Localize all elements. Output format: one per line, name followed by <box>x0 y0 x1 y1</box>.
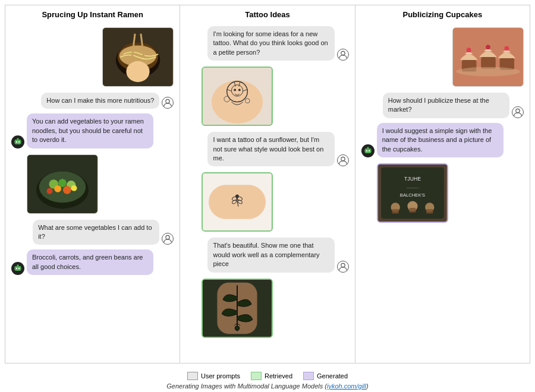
main-container: Sprucing Up Instant Ramen How can I make… <box>0 0 535 392</box>
svg-point-22 <box>166 236 169 239</box>
svg-rect-63 <box>367 147 369 148</box>
chat-row-1-0: I'm looking for some ideas for a new tat… <box>186 26 348 61</box>
bot-bubble: You can add vegetables to your ramen noo… <box>27 113 153 148</box>
svg-rect-70 <box>392 209 399 214</box>
chat-row-0-5: Broccoli, carrots, and green beans are a… <box>11 249 174 275</box>
svg-point-58 <box>456 67 520 77</box>
svg-point-27 <box>341 52 344 55</box>
svg-rect-54 <box>481 57 496 69</box>
bot-bubble: Broccoli, carrots, and green beans are a… <box>27 249 153 275</box>
bot-avatar <box>11 135 24 148</box>
svg-text:TJUHE: TJUHE <box>404 176 421 182</box>
svg-point-59 <box>516 109 520 112</box>
image-placeholder-2-0 <box>452 27 524 87</box>
svg-point-44 <box>235 195 239 198</box>
image-box-2-0 <box>361 27 524 87</box>
svg-rect-8 <box>14 140 21 144</box>
column-title-2: Publicizing Cupcakes <box>361 10 524 19</box>
svg-point-19 <box>63 186 71 194</box>
bot-avatar <box>361 144 374 157</box>
svg-point-20 <box>47 188 53 194</box>
chat-row-1-4: That's beautiful. Show me one that would… <box>186 238 348 272</box>
legend-item: User prompts <box>187 372 240 380</box>
column-1: Tattoo IdeasI'm looking for some ideas f… <box>180 5 355 363</box>
svg-point-25 <box>18 268 20 269</box>
svg-point-57 <box>504 46 509 50</box>
chat-row-0-2: You can add vegetables to your ramen noo… <box>11 113 174 148</box>
legend: User promptsRetrievedGenerated <box>0 372 535 380</box>
chat-row-1-2: I want a tattoo of a sunflower, but I'm … <box>186 132 348 166</box>
svg-point-9 <box>16 141 17 142</box>
svg-point-10 <box>18 141 20 142</box>
image-placeholder-1-5 <box>202 279 273 338</box>
image-placeholder-2-3: TJUHE ........... BALCHEK'S <box>377 163 448 223</box>
chat-row-0-1: How can I make this more nutritious? <box>11 93 174 109</box>
user-bubble: I'm looking for some ideas for a new tat… <box>207 26 334 61</box>
columns: Sprucing Up Instant Ramen How can I make… <box>5 5 530 363</box>
svg-text:...........: ........... <box>406 185 418 189</box>
column-0: Sprucing Up Instant Ramen How can I make… <box>5 5 180 363</box>
user-avatar <box>162 97 174 109</box>
svg-rect-26 <box>17 265 18 266</box>
chat-row-2-1: How should I publicize these at the mark… <box>361 93 524 118</box>
legend-label: User prompts <box>201 372 240 380</box>
svg-point-32 <box>234 89 237 91</box>
svg-rect-74 <box>426 209 433 214</box>
user-avatar <box>337 154 349 166</box>
svg-point-53 <box>467 48 471 52</box>
legend-label: Generated <box>317 372 348 380</box>
user-avatar <box>512 106 524 118</box>
legend-item: Generated <box>303 372 348 380</box>
svg-point-18 <box>54 185 61 192</box>
user-bubble: How can I make this more nutritious? <box>41 93 159 109</box>
image-box-1-5 <box>186 279 348 338</box>
svg-rect-60 <box>364 148 371 153</box>
svg-point-45 <box>341 263 344 267</box>
legend-label: Retrieved <box>265 372 292 380</box>
svg-point-21 <box>71 185 77 191</box>
image-placeholder-1-3 <box>202 172 273 232</box>
image-box-1-1 <box>186 67 348 126</box>
user-avatar <box>162 233 174 245</box>
svg-point-62 <box>368 150 369 151</box>
user-avatar <box>337 261 349 273</box>
user-bubble: How should I publicize these at the mark… <box>383 93 509 118</box>
svg-point-24 <box>16 268 17 269</box>
svg-point-49 <box>235 325 240 330</box>
svg-point-55 <box>486 45 490 49</box>
image-box-2-3: TJUHE ........... BALCHEK'S <box>361 163 524 223</box>
svg-point-33 <box>238 89 241 91</box>
user-bubble: That's beautiful. Show me one that would… <box>207 238 334 272</box>
svg-rect-23 <box>14 266 21 271</box>
footer-text-before: Generating Images with Multimodal Langua… <box>166 382 327 390</box>
footer-caption: Generating Images with Multimodal Langua… <box>0 382 535 390</box>
legend-box <box>303 372 314 380</box>
legend-box <box>251 372 262 380</box>
bot-bubble: I would suggest a simple sign with the n… <box>377 123 503 157</box>
user-avatar <box>337 49 349 61</box>
svg-rect-11 <box>17 138 18 139</box>
svg-rect-72 <box>409 208 416 213</box>
column-2: Publicizing Cupcakes <box>355 5 530 363</box>
footer-link[interactable]: iykoh.com/gill <box>327 382 366 390</box>
column-title-0: Sprucing Up Instant Ramen <box>11 10 174 19</box>
footer: User promptsRetrievedGenerated Generatin… <box>0 368 535 392</box>
svg-text:BALCHEK'S: BALCHEK'S <box>399 192 424 198</box>
image-box-0-3 <box>11 154 174 214</box>
footer-text-after: ) <box>366 382 369 390</box>
bot-avatar <box>11 262 24 275</box>
column-title-1: Tattoo Ideas <box>186 10 348 19</box>
image-box-0-0 <box>11 27 174 87</box>
image-placeholder-0-3 <box>27 154 98 214</box>
user-bubble: What are some vegetables I can add to it… <box>33 220 159 245</box>
svg-point-6 <box>127 61 150 82</box>
svg-point-36 <box>341 157 344 161</box>
image-placeholder-0-0 <box>102 27 174 87</box>
image-box-1-3 <box>186 172 348 232</box>
user-bubble: I want a tattoo of a sunflower, but I'm … <box>207 132 334 166</box>
image-placeholder-1-1 <box>202 67 273 126</box>
legend-box <box>187 372 198 380</box>
chat-row-0-4: What are some vegetables I can add to it… <box>11 220 174 245</box>
legend-item: Retrieved <box>251 372 292 380</box>
svg-point-61 <box>366 150 367 151</box>
